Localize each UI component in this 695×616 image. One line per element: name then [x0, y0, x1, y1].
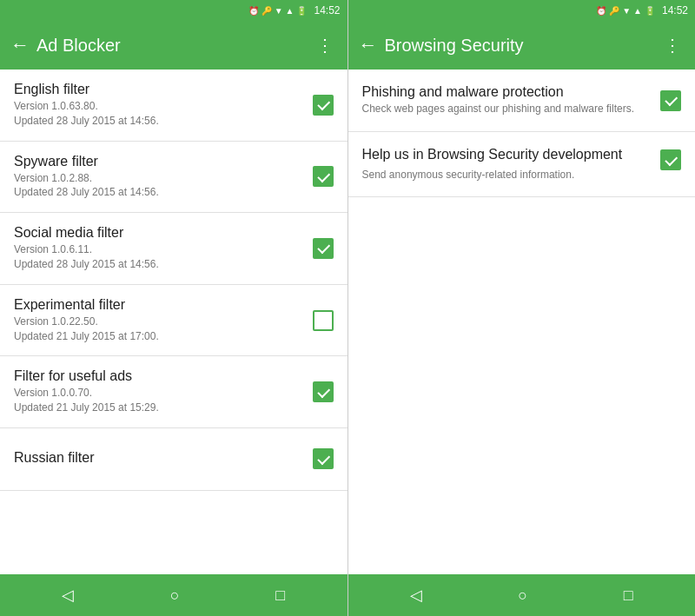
- list-item-0[interactable]: English filter Version 1.0.63.80.Updated…: [0, 70, 348, 142]
- filter-title-4: Filter for useful ads: [14, 368, 306, 384]
- list-item-text-4: Filter for useful ads Version 1.0.0.70.U…: [14, 368, 306, 415]
- security-checkbox-1[interactable]: [660, 149, 681, 170]
- list-item-2[interactable]: Social media filter Version 1.0.6.11.Upd…: [0, 213, 348, 285]
- security-subtitle-1: Send anonymous security-related informat…: [362, 168, 654, 182]
- back-button-left[interactable]: ←: [10, 34, 30, 56]
- time-right: 14:52: [662, 4, 688, 17]
- alarm-icon-r: ⏰: [596, 6, 606, 16]
- status-bar-right: ⏰ 🔑 ▼ ▲ 🔋 14:52: [348, 0, 696, 21]
- signal-icon-r: ▲: [633, 6, 642, 16]
- security-subtitle-0: Check web pages against our phishing and…: [362, 102, 654, 116]
- checkbox-2[interactable]: [313, 238, 334, 259]
- checkbox-4[interactable]: [313, 381, 334, 402]
- nav-home-left[interactable]: ○: [156, 580, 194, 612]
- toolbar-title-left: Ad Blocker: [36, 36, 306, 56]
- checkbox-1[interactable]: [313, 166, 334, 187]
- key-icon: 🔑: [261, 6, 272, 16]
- menu-button-left[interactable]: ⋮: [313, 31, 337, 59]
- list-item-1[interactable]: Spyware filter Version 1.0.2.88.Updated …: [0, 142, 348, 214]
- security-title-1: Help us in Browsing Security development: [362, 146, 654, 164]
- battery-icon: 🔋: [296, 6, 307, 16]
- browsing-security-screen: ⏰ 🔑 ▼ ▲ 🔋 14:52 ← Browsing Security ⋮ Ph…: [348, 0, 696, 616]
- status-icons-right: ⏰ 🔑 ▼ ▲ 🔋: [596, 6, 655, 16]
- status-icons-left: ⏰ 🔑 ▼ ▲ 🔋: [248, 6, 308, 16]
- toolbar-right: ← Browsing Security ⋮: [348, 21, 696, 70]
- filter-subtitle-4: Version 1.0.0.70.Updated 21 July 2015 at…: [14, 386, 306, 415]
- list-item-text-0: English filter Version 1.0.63.80.Updated…: [14, 82, 306, 129]
- checkbox-0[interactable]: [313, 95, 334, 116]
- filter-subtitle-0: Version 1.0.63.80.Updated 28 July 2015 a…: [14, 99, 306, 129]
- filter-subtitle-2: Version 1.0.6.11.Updated 28 July 2015 at…: [14, 242, 306, 272]
- bottom-nav-right: ◁ ○ □: [348, 574, 696, 616]
- ad-blocker-screen: ⏰ 🔑 ▼ ▲ 🔋 14:52 ← Ad Blocker ⋮ English f…: [0, 0, 348, 616]
- toolbar-left: ← Ad Blocker ⋮: [0, 21, 348, 70]
- filter-title-3: Experimental filter: [14, 297, 306, 313]
- wifi-icon: ▼: [275, 6, 283, 16]
- checkbox-3[interactable]: [313, 310, 334, 331]
- nav-recent-left[interactable]: □: [261, 580, 299, 612]
- content-left: English filter Version 1.0.63.80.Updated…: [0, 70, 348, 574]
- time-left: 14:52: [314, 4, 340, 17]
- menu-button-right[interactable]: ⋮: [660, 31, 685, 59]
- nav-back-right[interactable]: ◁: [396, 579, 436, 612]
- bottom-nav-left: ◁ ○ □: [0, 574, 348, 616]
- checkbox-5[interactable]: [313, 448, 334, 469]
- list-item-text-3: Experimental filter Version 1.0.22.50.Up…: [14, 297, 306, 344]
- filter-title-0: English filter: [14, 82, 306, 97]
- back-button-right[interactable]: ←: [359, 34, 378, 56]
- content-right: Phishing and malware protection Check we…: [348, 70, 696, 574]
- wifi-icon-r: ▼: [622, 6, 631, 16]
- nav-home-right[interactable]: ○: [504, 580, 541, 612]
- nav-back-left[interactable]: ◁: [48, 579, 88, 612]
- filter-title-2: Social media filter: [14, 225, 306, 241]
- list-item-text-1: Spyware filter Version 1.0.2.88.Updated …: [14, 154, 306, 201]
- key-icon-r: 🔑: [609, 6, 619, 16]
- filter-subtitle-1: Version 1.0.2.88.Updated 28 July 2015 at…: [14, 171, 306, 201]
- toolbar-title-right: Browsing Security: [385, 36, 654, 56]
- filter-subtitle-3: Version 1.0.22.50.Updated 21 July 2015 a…: [14, 315, 306, 344]
- security-item-text-0: Phishing and malware protection Check we…: [362, 84, 654, 116]
- filter-title-1: Spyware filter: [14, 154, 306, 169]
- signal-icon: ▲: [286, 6, 295, 16]
- list-item-text-5: Russian filter: [14, 450, 306, 467]
- battery-icon-r: 🔋: [645, 6, 655, 16]
- nav-recent-right[interactable]: □: [610, 580, 647, 612]
- list-item-4[interactable]: Filter for useful ads Version 1.0.0.70.U…: [0, 356, 348, 428]
- security-title-0: Phishing and malware protection: [362, 84, 654, 100]
- list-item-5[interactable]: Russian filter: [0, 428, 348, 491]
- filter-title-5: Russian filter: [14, 450, 306, 466]
- security-checkbox-0[interactable]: [660, 90, 681, 111]
- security-item-text-1: Help us in Browsing Security development…: [362, 146, 654, 182]
- security-item-1[interactable]: Help us in Browsing Security development…: [348, 132, 696, 197]
- alarm-icon: ⏰: [248, 6, 259, 16]
- security-item-0[interactable]: Phishing and malware protection Check we…: [348, 70, 696, 132]
- status-bar-left: ⏰ 🔑 ▼ ▲ 🔋 14:52: [0, 0, 348, 21]
- list-item-text-2: Social media filter Version 1.0.6.11.Upd…: [14, 225, 306, 272]
- list-item-3[interactable]: Experimental filter Version 1.0.22.50.Up…: [0, 285, 348, 357]
